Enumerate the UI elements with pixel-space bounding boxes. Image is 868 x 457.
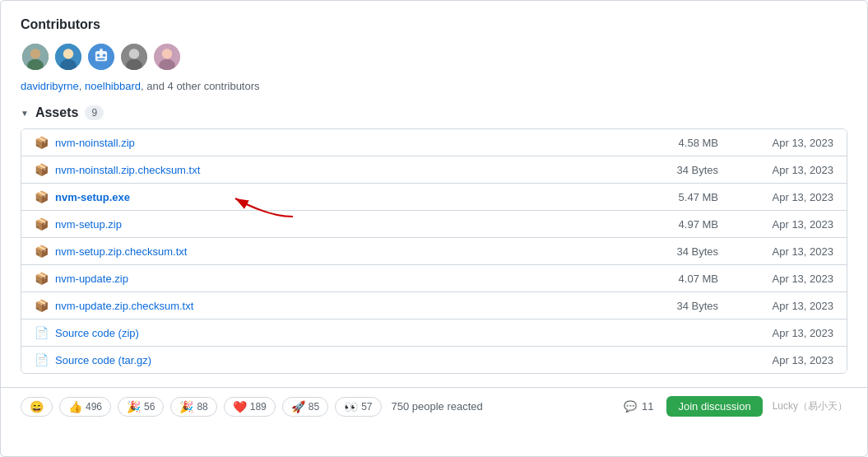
svg-point-2 — [27, 59, 44, 72]
checksum-icon-3: 📦 — [35, 299, 49, 312]
asset-link-1[interactable]: nvm-noinstall.zip — [55, 137, 652, 149]
asset-date-7: Apr 13, 2023 — [751, 300, 833, 312]
asset-date-1: Apr 13, 2023 — [751, 137, 833, 149]
svg-rect-10 — [98, 58, 105, 60]
assets-section: ▼ Assets 9 📦 nvm-noinstall.zip 4.58 MB A… — [1, 105, 867, 387]
svg-point-5 — [60, 59, 77, 72]
contributor-link-1[interactable]: davidribyrne — [21, 80, 79, 92]
smiley-emoji: 😄 — [30, 400, 44, 413]
avatar — [21, 42, 50, 72]
reaction-smiley[interactable]: 😄 — [21, 397, 53, 417]
rocket-emoji: 🚀 — [291, 400, 305, 413]
reaction-eyes[interactable]: 👀 57 — [335, 397, 381, 417]
party-count: 56 — [144, 401, 155, 413]
avatar — [53, 42, 83, 72]
reactions-footer: 😄 👍 496 🎉 56 🎉 88 ❤️ 189 🚀 85 👀 57 750 p… — [1, 387, 867, 425]
svg-rect-11 — [100, 49, 103, 52]
asset-link-2[interactable]: nvm-noinstall.zip.checksum.txt — [55, 164, 652, 176]
reaction-heart[interactable]: ❤️ 189 — [224, 397, 276, 417]
zip-icon-3: 📦 — [35, 272, 49, 285]
thumbsup-emoji: 👍 — [68, 400, 82, 413]
asset-size-2: 34 Bytes — [652, 164, 718, 176]
asset-date-8: Apr 13, 2023 — [751, 327, 833, 339]
source-icon-1: 📄 — [35, 326, 49, 339]
svg-point-1 — [30, 49, 40, 58]
release-page: Contributors davidribyrne, noelhibbard, … — [0, 0, 868, 457]
party-emoji: 🎉 — [127, 400, 141, 413]
svg-point-17 — [159, 59, 175, 72]
asset-link-5[interactable]: nvm-setup.zip.checksum.txt — [55, 245, 652, 258]
eyes-count: 57 — [361, 401, 372, 413]
heart-emoji: ❤️ — [233, 400, 247, 413]
checksum-icon: 📦 — [35, 163, 49, 176]
watermark: Lucky（易小天） — [773, 399, 847, 413]
svg-point-13 — [129, 49, 139, 58]
asset-link-6[interactable]: nvm-update.zip — [55, 273, 652, 285]
asset-link-3[interactable]: nvm-setup.exe — [55, 191, 652, 203]
reactions-text: 750 people reacted — [392, 400, 483, 413]
asset-date-9: Apr 13, 2023 — [751, 354, 833, 366]
asset-link-7[interactable]: nvm-update.zip.checksum.txt — [55, 300, 652, 312]
triangle-icon: ▼ — [21, 109, 29, 118]
avatar — [152, 42, 182, 72]
contributors-title: Contributors — [21, 17, 847, 32]
reaction-thumbsup[interactable]: 👍 496 — [59, 397, 111, 417]
thumbsup-count: 496 — [86, 401, 102, 413]
comments-link[interactable]: 💬 11 — [624, 400, 653, 413]
asset-item-5: 📦 nvm-setup.zip.checksum.txt 34 Bytes Ap… — [21, 238, 847, 265]
asset-link-8[interactable]: Source code (zip) — [55, 327, 652, 339]
asset-item-1: 📦 nvm-noinstall.zip 4.58 MB Apr 13, 2023 — [21, 129, 847, 156]
svg-point-4 — [63, 49, 73, 58]
asset-date-5: Apr 13, 2023 — [751, 245, 833, 258]
asset-size-7: 34 Bytes — [652, 300, 718, 312]
asset-size-6: 4.07 MB — [652, 273, 718, 285]
asset-item-2: 📦 nvm-noinstall.zip.checksum.txt 34 Byte… — [21, 156, 847, 184]
asset-size-3: 5.47 MB — [652, 191, 718, 203]
assets-title: Assets — [35, 105, 78, 120]
contributors-avatars — [21, 42, 847, 72]
asset-item-6: 📦 nvm-update.zip 4.07 MB Apr 13, 2023 — [21, 265, 847, 292]
contributor-link-2[interactable]: noelhibbard — [85, 80, 141, 92]
asset-link-4[interactable]: nvm-setup.zip — [55, 218, 652, 231]
source-icon-2: 📄 — [35, 353, 49, 366]
asset-link-9[interactable]: Source code (tar.gz) — [55, 354, 652, 366]
asset-item-9: 📄 Source code (tar.gz) Apr 13, 2023 — [21, 347, 847, 373]
asset-date-3: Apr 13, 2023 — [751, 191, 833, 203]
party2-count: 88 — [197, 401, 207, 413]
assets-count: 9 — [85, 105, 104, 120]
asset-date-6: Apr 13, 2023 — [751, 273, 833, 285]
zip-icon: 📦 — [35, 136, 49, 149]
asset-date-2: Apr 13, 2023 — [751, 164, 833, 176]
svg-point-14 — [126, 59, 142, 72]
join-discussion-button[interactable]: Join discussion — [666, 396, 762, 417]
checksum-icon-2: 📦 — [35, 245, 49, 258]
eyes-emoji: 👀 — [344, 400, 358, 413]
reaction-party2[interactable]: 🎉 88 — [170, 397, 216, 417]
reaction-party[interactable]: 🎉 56 — [118, 397, 164, 417]
avatar — [86, 42, 116, 72]
rocket-count: 85 — [309, 401, 319, 413]
exe-icon: 📦 — [35, 190, 49, 203]
assets-header[interactable]: ▼ Assets 9 — [21, 105, 847, 120]
heart-count: 189 — [250, 401, 267, 413]
party2-emoji: 🎉 — [179, 400, 193, 413]
avatar — [119, 42, 149, 72]
asset-date-4: Apr 13, 2023 — [751, 218, 833, 231]
asset-item-8: 📄 Source code (zip) Apr 13, 2023 — [21, 319, 847, 347]
asset-item-4: 📦 nvm-setup.zip 4.97 MB Apr 13, 2023 — [21, 211, 847, 238]
asset-size-5: 34 Bytes — [652, 245, 718, 258]
asset-size-1: 4.58 MB — [652, 137, 718, 149]
assets-list: 📦 nvm-noinstall.zip 4.58 MB Apr 13, 2023… — [21, 128, 847, 374]
contributors-text: davidribyrne, noelhibbard, and 4 other c… — [21, 80, 847, 92]
reaction-rocket[interactable]: 🚀 85 — [282, 397, 328, 417]
svg-point-8 — [97, 54, 100, 57]
zip-icon-2: 📦 — [35, 217, 49, 231]
svg-point-16 — [162, 49, 172, 58]
comment-icon: 💬 — [624, 400, 637, 413]
asset-item-3: 📦 nvm-setup.exe 5.47 MB Apr 13, 2023 — [21, 184, 847, 211]
svg-point-9 — [103, 54, 106, 57]
asset-size-4: 4.97 MB — [652, 218, 718, 231]
comments-count: 11 — [642, 400, 653, 413]
contributors-section: Contributors davidribyrne, noelhibbard, … — [1, 1, 867, 105]
asset-item-7: 📦 nvm-update.zip.checksum.txt 34 Bytes A… — [21, 292, 847, 319]
